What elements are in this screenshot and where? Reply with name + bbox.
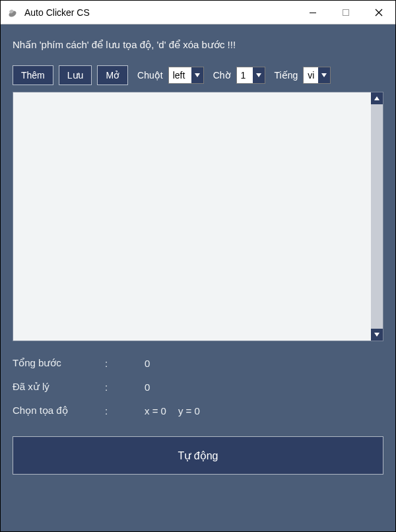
toolbar: Thêm Lưu Mở Chuột left Chờ 1 Tiếng vi [13, 65, 383, 85]
maximize-button[interactable] [329, 1, 362, 24]
mouse-select-value: left [169, 70, 191, 81]
chevron-down-icon [191, 67, 203, 83]
stats-section: Tổng bước : 0 Đã xử lý : 0 Chọn tọa độ :… [13, 357, 383, 428]
svg-marker-7 [256, 73, 261, 77]
client-area: Nhấn 'phím cách' để lưu tọa độ, 'd' để x… [1, 24, 395, 531]
coord-row: Chọn tọa độ : x = 0 y = 0 [13, 405, 383, 416]
lang-select-value: vi [304, 70, 318, 81]
total-steps-value: 0 [145, 358, 150, 369]
window-title: Auto Clicker CS [24, 7, 90, 18]
lang-label: Tiếng [275, 70, 298, 81]
coord-x-value: x = 0 [145, 405, 166, 416]
wait-select-value: 1 [237, 70, 253, 81]
save-button[interactable]: Lưu [59, 65, 92, 85]
app-icon [6, 6, 19, 19]
svg-marker-9 [374, 96, 380, 100]
svg-marker-10 [374, 333, 380, 337]
mouse-label: Chuột [137, 70, 163, 81]
coord-y-value: y = 0 [178, 405, 200, 416]
svg-rect-3 [343, 9, 349, 15]
svg-marker-8 [321, 73, 327, 77]
processed-value: 0 [145, 382, 150, 393]
lang-select[interactable]: vi [303, 67, 331, 84]
scrollbar-track[interactable] [371, 104, 383, 329]
chevron-down-icon [253, 67, 265, 83]
window-controls [296, 1, 395, 24]
scroll-up-button[interactable] [371, 92, 383, 104]
svg-rect-2 [310, 13, 316, 13]
open-button[interactable]: Mở [97, 65, 128, 85]
svg-marker-6 [195, 73, 200, 77]
instruction-text: Nhấn 'phím cách' để lưu tọa độ, 'd' để x… [13, 39, 383, 51]
auto-button[interactable]: Tự động [13, 436, 383, 475]
stat-colon: : [105, 358, 145, 369]
steps-listbox[interactable] [13, 92, 371, 341]
app-window: Auto Clicker CS Nhấn 'phím cách' để lưu … [0, 0, 396, 532]
stat-colon: : [105, 405, 145, 416]
processed-row: Đã xử lý : 0 [13, 381, 383, 393]
close-button[interactable] [362, 1, 395, 24]
processed-label: Đã xử lý [13, 381, 105, 393]
coord-label: Chọn tọa độ [13, 405, 105, 416]
stat-colon: : [105, 382, 145, 393]
vertical-scrollbar[interactable] [371, 92, 383, 341]
total-steps-row: Tổng bước : 0 [13, 357, 383, 369]
wait-select[interactable]: 1 [236, 67, 265, 84]
steps-listbox-container [13, 92, 383, 341]
total-steps-label: Tổng bước [13, 357, 105, 369]
chevron-down-icon [318, 67, 330, 83]
minimize-button[interactable] [296, 1, 329, 24]
wait-label: Chờ [213, 70, 231, 81]
add-button[interactable]: Thêm [13, 65, 53, 85]
mouse-select[interactable]: left [168, 67, 204, 84]
scroll-down-button[interactable] [371, 329, 383, 341]
titlebar: Auto Clicker CS [1, 1, 395, 24]
